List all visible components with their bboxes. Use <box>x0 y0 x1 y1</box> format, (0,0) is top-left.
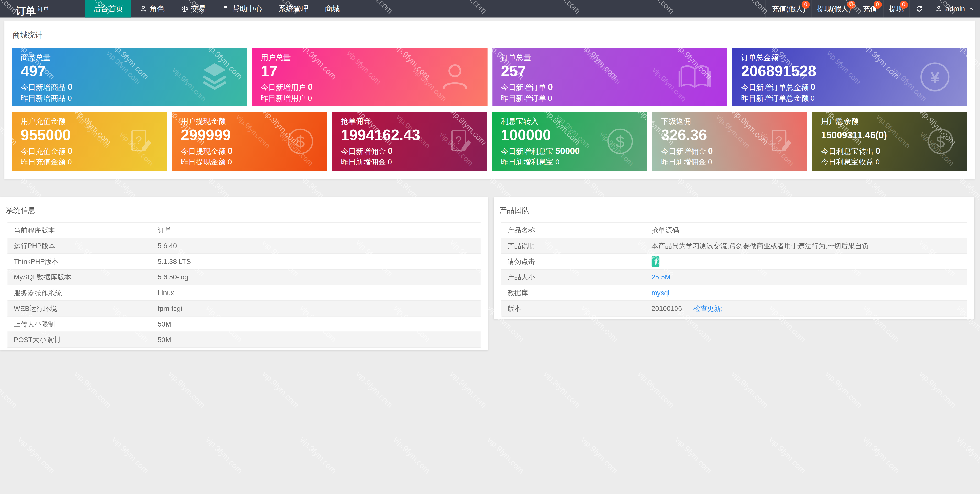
system-info-row: ThinkPHP版本 5.1.38 LTS <box>7 254 480 270</box>
refresh-icon <box>915 5 923 13</box>
stat-line-value: 0 <box>548 82 553 92</box>
chevron-up-icon <box>968 6 974 12</box>
stat-card: 抢单佣金 1994162.43 今日新增佣金0 昨日新增佣金0 ? vip.9f… <box>332 112 487 171</box>
top-navbar: 订单订单 后台首页 角色 交易 帮助中心 系统管理 商城 充值(假人) 0 提现… <box>0 0 980 17</box>
system-info-title: 系统信息 <box>0 197 488 222</box>
stat-line-label: 今日新增佣金 <box>661 147 706 156</box>
stats-panel-title: 商城统计 <box>4 21 975 48</box>
badge: 0 <box>847 0 855 9</box>
yen-icon: ¥ <box>919 60 951 93</box>
system-info-row: 运行PHP版本 5.6.40 <box>7 238 480 254</box>
app-title-text: 订单 <box>16 6 35 17</box>
withdraw-fake-button[interactable]: 提现(假人) 0 <box>811 0 856 17</box>
table-row-label: 运行PHP版本 <box>7 241 158 251</box>
scale-icon <box>181 5 188 13</box>
table-row-label: 请勿点击 <box>501 257 651 266</box>
table-row-value: 50M <box>158 320 480 328</box>
table-row-label: 当前程序版本 <box>7 226 158 235</box>
stat-card-label: 下级返佣 <box>661 117 799 125</box>
nav-item-help-center[interactable]: 帮助中心 <box>214 0 270 17</box>
stat-line-value: 0 <box>308 94 312 103</box>
badge: 0 <box>802 0 810 9</box>
stat-line-value: 0 <box>555 157 560 166</box>
system-info-row: 上传大小限制 50M <box>7 316 480 332</box>
recharge-button[interactable]: 充值 0 <box>856 0 883 17</box>
stat-card: 下级返佣 326.36 今日新增佣金0 昨日新增佣金0 ? vip.9fym.c… <box>652 112 807 171</box>
stat-card: 用户总量 17 今日新增用户0 昨日新增用户0 vip.9fym.com vip… <box>252 48 487 106</box>
product-team-row: 产品大小 25.5M <box>501 270 967 285</box>
stat-line-value: 0 <box>308 82 313 92</box>
stat-line-label: 昨日提现金额 <box>181 157 226 166</box>
app-title: 订单订单 <box>0 0 60 17</box>
table-row-value: 5.6.50-log <box>158 273 480 281</box>
system-info-row: MySQL数据库版本 5.6.50-log <box>7 270 480 285</box>
stats-row-1: 商品总量 497 今日新增商品0 昨日新增商品0 vip.9fym.com vi… <box>12 48 967 106</box>
stat-card-label: 用户总余额 <box>821 117 959 125</box>
stat-card: 利息宝转入 100000 今日新增利息宝50000 昨日新增利息宝0 $ vip… <box>492 112 647 171</box>
stat-line-label: 昨日新增佣金 <box>661 157 706 166</box>
stat-line-value: 0 <box>708 157 712 166</box>
check-update-link[interactable]: 检查更新; <box>693 304 723 313</box>
user-menu[interactable]: admin <box>929 0 980 17</box>
stat-line-value: 0 <box>68 146 72 156</box>
recharge-fake-button[interactable]: 充值(假人) 0 <box>766 0 811 17</box>
svg-text:?: ? <box>135 134 142 147</box>
stat-card-label: 用户充值金额 <box>21 117 158 125</box>
stat-line-value: 0 <box>811 82 816 92</box>
product-team-row: 产品说明 本产品只为学习测试交流,请勿要做商业或者用于违法行为,一切后果自负 <box>501 238 967 254</box>
table-row-value: 5.1.38 LTS <box>158 258 480 265</box>
svg-text:$: $ <box>296 133 305 151</box>
refresh-button[interactable] <box>909 0 929 17</box>
stat-line-value: 0 <box>228 146 232 156</box>
table-row-value: 20100106检查更新; <box>652 304 967 313</box>
stat-line-label: 今日新增订单 <box>501 83 546 92</box>
dollar-icon: $ <box>286 127 315 156</box>
nav-item-home[interactable]: 后台首页 <box>85 0 132 17</box>
table-row-value: 25.5M <box>652 273 967 281</box>
system-info-row: WEB运行环境 fpm-fcgi <box>7 301 480 316</box>
badge: 0 <box>900 0 908 9</box>
stat-line-value: 0 <box>708 146 713 156</box>
table-row-label: WEB运行环境 <box>7 304 158 313</box>
system-info-row: 服务器操作系统 Linux <box>7 285 480 301</box>
table-row-label: MySQL数据库版本 <box>7 272 158 282</box>
product-team-row: 请勿点击 <box>501 254 967 270</box>
stats-row-2: 用户充值金额 955000 今日充值金额0 昨日充值金额0 ? vip.9fym… <box>12 112 967 171</box>
system-info-panel: 系统信息 当前程序版本 订单 运行PHP版本 5.6.40 ThinkPHP版本… <box>0 197 488 350</box>
rocket-icon[interactable] <box>652 256 660 267</box>
nav-item-trade[interactable]: 交易 <box>173 0 214 17</box>
product-team-title: 产品团队 <box>494 197 974 222</box>
table-row-label: 产品名称 <box>501 226 651 235</box>
stat-line-label: 今日新增利息宝 <box>501 147 553 156</box>
stat-line-label: 昨日充值金额 <box>21 157 66 166</box>
table-row-label: 版本 <box>501 304 651 313</box>
stat-line-value: 0 <box>876 157 880 166</box>
nav-item-mall[interactable]: 商城 <box>317 0 348 17</box>
stat-card: 订单总金额 206891528 今日新增订单总金额0 昨日新增订单总金额0 ¥ … <box>732 48 967 106</box>
table-row-value <box>652 256 967 267</box>
product-team-table: 产品名称 抢单源码 产品说明 本产品只为学习测试交流,请勿要做商业或者用于违法行… <box>501 222 967 316</box>
svg-text:?: ? <box>456 134 462 147</box>
svg-text:?: ? <box>776 134 782 147</box>
app-title-sup: 订单 <box>38 6 49 12</box>
product-team-row: 数据库 mysql <box>501 285 967 301</box>
svg-text:$: $ <box>616 133 625 151</box>
stat-card: 用户充值金额 955000 今日充值金额0 昨日充值金额0 ? vip.9fym… <box>12 112 167 171</box>
nav-item-role[interactable]: 角色 <box>132 0 173 17</box>
nav-item-system[interactable]: 系统管理 <box>270 0 317 17</box>
system-info-row: 当前程序版本 订单 <box>7 222 480 238</box>
svg-text:$: $ <box>936 133 945 151</box>
withdraw-button[interactable]: 提现 0 <box>883 0 909 17</box>
stat-line-value: 0 <box>388 157 392 166</box>
stat-line-value: 0 <box>228 157 232 166</box>
stats-panel: 商城统计 商品总量 497 今日新增商品0 昨日新增商品0 vip.9fym.c… <box>4 21 975 179</box>
stat-card: 用户提现金额 299999 今日提现金额0 昨日提现金额0 $ vip.9fym… <box>172 112 327 171</box>
table-row-value: Linux <box>158 289 480 296</box>
user-icon <box>439 60 471 93</box>
product-size-link[interactable]: 25.5M <box>652 273 671 281</box>
database-link[interactable]: mysql <box>652 289 670 296</box>
doc-edit-icon: ? <box>766 127 795 156</box>
stat-line-value: 0 <box>68 82 72 92</box>
book-icon <box>678 60 711 93</box>
nav-right-actions: 充值(假人) 0 提现(假人) 0 充值 0 提现 0 admin <box>766 0 980 17</box>
